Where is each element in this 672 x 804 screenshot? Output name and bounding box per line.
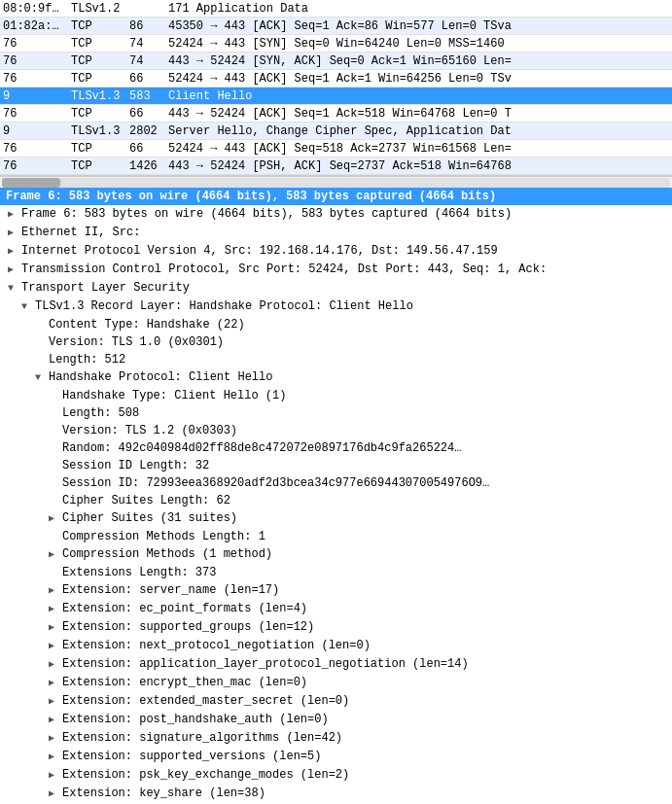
tree-arrow-eth[interactable] <box>8 226 21 241</box>
tree-label-ext-groups: Extension: supported_groups (len=12) <box>62 619 672 635</box>
tree-item-hs-comp-methods[interactable]: Compression Methods (1 method) <box>0 545 672 564</box>
tree-item-ext-sni[interactable]: Extension: server_name (len=17) <box>0 581 672 600</box>
tree-label-hs-cipher-suites: Cipher Suites (31 suites) <box>62 510 672 526</box>
tree-arrow-hs-comp-methods[interactable] <box>49 547 62 563</box>
packet-info: 171 Application Data <box>165 2 672 16</box>
tree-label-ext-alpn: Extension: application_layer_protocol_ne… <box>62 656 672 672</box>
tree-arrow-tls[interactable] <box>8 281 21 297</box>
tree-arrow-ext-ems[interactable] <box>49 694 62 710</box>
packet-row[interactable]: 9TLSv1.3583Client Hello <box>0 87 672 105</box>
packet-row[interactable]: 76TCP1426443 → 52424 [PSH, ACK] Seq=2737… <box>0 157 672 175</box>
packet-len: 74 <box>126 37 165 51</box>
tree-arrow-hs-cipher-suites[interactable] <box>49 511 62 527</box>
tree-item-ext-pha[interactable]: Extension: post_handshake_auth (len=0) <box>0 711 672 729</box>
packet-info: 443 → 52424 [PSH, ACK] Seq=2737 Ack=518 … <box>165 159 672 173</box>
tree-item-ext-ec[interactable]: Extension: ec_point_formats (len=4) <box>0 600 672 618</box>
tree-item-tls[interactable]: Transport Layer Security <box>0 279 672 297</box>
packet-len: 66 <box>126 142 165 156</box>
tree-item-ext-etm[interactable]: Extension: encrypt_then_mac (len=0) <box>0 674 672 692</box>
tree-item-handshake[interactable]: Handshake Protocol: Client Hello <box>0 368 672 387</box>
tree-arrow-ext-etm[interactable] <box>49 676 62 691</box>
packet-info: 52424 → 443 [ACK] Seq=518 Ack=2737 Win=6… <box>165 142 672 156</box>
tree-item-eth[interactable]: Ethernet II, Src: <box>0 224 672 242</box>
packet-src: 76 <box>0 37 68 51</box>
tree-item-ip[interactable]: Internet Protocol Version 4, Src: 192.16… <box>0 242 672 261</box>
tree-arrow-ext-pha[interactable] <box>49 713 62 728</box>
tree-label-ext-ec: Extension: ec_point_formats (len=4) <box>62 601 672 616</box>
tree-label-hs-version: Version: TLS 1.2 (0x0303) <box>62 423 672 438</box>
tree-item-hs-random: Random: 492c040984d02ff88de8c472072e0897… <box>0 439 672 457</box>
tree-item-content-type: Content Type: Handshake (22) <box>0 316 672 333</box>
packet-proto: TLSv1.2 <box>68 2 126 16</box>
tree-label-hs-length: Length: 508 <box>62 405 672 421</box>
tree-item-tls-record[interactable]: TLSv1.3 Record Layer: Handshake Protocol… <box>0 297 672 316</box>
tree-arrow-ext-npn[interactable] <box>49 639 62 654</box>
packet-row[interactable]: 76TCP6652424 → 443 [ACK] Seq=1 Ack=1 Win… <box>0 70 672 87</box>
tree-label-ext-sigalg: Extension: signature_algorithms (len=42) <box>62 730 672 746</box>
tree-arrow-tcp[interactable] <box>8 262 21 278</box>
tree-label-ext-etm: Extension: encrypt_then_mac (len=0) <box>62 675 672 690</box>
packet-row[interactable]: 01:82a:…TCP8645350 → 443 [ACK] Seq=1 Ack… <box>0 17 672 35</box>
tree-label-length: Length: 512 <box>49 352 672 367</box>
packet-list: 08:0:9f…TLSv1.2171 Application Data01:82… <box>0 0 672 176</box>
packet-src: 9 <box>0 124 68 138</box>
tree-arrow-handshake[interactable] <box>35 370 49 386</box>
tree-label-hs-comp-len: Compression Methods Length: 1 <box>62 529 672 544</box>
tree-label-content-type: Content Type: Handshake (22) <box>49 317 672 332</box>
detail-header-text: Frame 6: 583 bytes on wire (4664 bits), … <box>6 190 496 203</box>
tree-item-length: Length: 512 <box>0 351 672 368</box>
packet-row[interactable]: 9TLSv1.32802Server Hello, Change Cipher … <box>0 122 672 140</box>
packet-info: 443 → 52424 [SYN, ACK] Seq=0 Ack=1 Win=6… <box>165 54 672 68</box>
tree-label-eth: Ethernet II, Src: <box>21 225 672 240</box>
packet-row[interactable]: 08:0:9f…TLSv1.2171 Application Data <box>0 0 672 17</box>
tree-item-hs-type: Handshake Type: Client Hello (1) <box>0 387 672 404</box>
tree-item-ext-npn[interactable]: Extension: next_protocol_negotiation (le… <box>0 637 672 655</box>
tree-item-ext-ems[interactable]: Extension: extended_master_secret (len=0… <box>0 692 672 711</box>
tree-label-ext-ks: Extension: key_share (len=38) <box>62 786 672 801</box>
packet-info: Client Hello <box>165 89 672 103</box>
tree-arrow-ext-psk[interactable] <box>49 768 62 784</box>
tree-item-ext-sigalg[interactable]: Extension: signature_algorithms (len=42) <box>0 729 672 748</box>
packet-info: 52424 → 443 [ACK] Seq=1 Ack=1 Win=64256 … <box>165 72 672 86</box>
tree-arrow-ext-sni[interactable] <box>49 583 62 599</box>
tree-item-ext-groups[interactable]: Extension: supported_groups (len=12) <box>0 618 672 637</box>
tree-item-ext-psk[interactable]: Extension: psk_key_exchange_modes (len=2… <box>0 766 672 785</box>
tree-arrow-frame[interactable] <box>8 207 21 223</box>
tree-arrow-ext-sv[interactable] <box>49 750 62 765</box>
tree-label-frame: Frame 6: 583 bytes on wire (4664 bits), … <box>21 206 672 222</box>
tree-arrow-ext-alpn[interactable] <box>49 657 62 673</box>
tree-item-hs-cipher-suites[interactable]: Cipher Suites (31 suites) <box>0 509 672 528</box>
tree-arrow-ext-ks[interactable] <box>49 787 62 802</box>
scroll-track <box>2 178 670 188</box>
tree-arrow-ext-sigalg[interactable] <box>49 731 62 747</box>
packet-row[interactable]: 76TCP66443 → 52424 [ACK] Seq=1 Ack=518 W… <box>0 105 672 122</box>
detail-section: Frame 6: 583 bytes on wire (4664 bits), … <box>0 188 672 804</box>
tree-label-version: Version: TLS 1.0 (0x0301) <box>49 334 672 350</box>
tree-arrow-tls-record[interactable] <box>21 299 35 315</box>
packet-list-wrapper: 08:0:9f…TLSv1.2171 Application Data01:82… <box>0 0 672 188</box>
tree-label-ip: Internet Protocol Version 4, Src: 192.16… <box>21 243 672 259</box>
scroll-thumb[interactable] <box>2 178 60 188</box>
tree-label-tls-record: TLSv1.3 Record Layer: Handshake Protocol… <box>35 298 672 314</box>
tree-arrow-ext-groups[interactable] <box>49 620 62 636</box>
tree-label-ext-psk: Extension: psk_key_exchange_modes (len=2… <box>62 767 672 783</box>
packet-row[interactable]: 76TCP74443 → 52424 [SYN, ACK] Seq=0 Ack=… <box>0 52 672 70</box>
tree-item-version: Version: TLS 1.0 (0x0301) <box>0 333 672 351</box>
horizontal-scrollbar[interactable] <box>0 176 672 188</box>
tree-item-ext-ks[interactable]: Extension: key_share (len=38) <box>0 785 672 803</box>
tree-label-hs-random: Random: 492c040984d02ff88de8c472072e0897… <box>62 440 672 456</box>
tree-label-handshake: Handshake Protocol: Client Hello <box>49 369 672 385</box>
tree-item-hs-cipher-len: Cipher Suites Length: 62 <box>0 492 672 509</box>
tree-label-hs-type: Handshake Type: Client Hello (1) <box>62 388 672 403</box>
packet-row[interactable]: 76TCP7452424 → 443 [SYN] Seq=0 Win=64240… <box>0 35 672 52</box>
packet-row[interactable]: 76TCP6652424 → 443 [ACK] Seq=518 Ack=273… <box>0 140 672 157</box>
tree-arrow-ext-ec[interactable] <box>49 602 62 617</box>
tree-label-ext-ems: Extension: extended_master_secret (len=0… <box>62 693 672 709</box>
tree-item-ext-alpn[interactable]: Extension: application_layer_protocol_ne… <box>0 655 672 674</box>
tree-item-ext-sv[interactable]: Extension: supported_versions (len=5) <box>0 748 672 766</box>
packet-proto: TLSv1.3 <box>68 124 126 138</box>
tree-arrow-ip[interactable] <box>8 244 21 260</box>
tree-item-tcp[interactable]: Transmission Control Protocol, Src Port:… <box>0 261 672 279</box>
tree-item-frame[interactable]: Frame 6: 583 bytes on wire (4664 bits), … <box>0 205 672 224</box>
packet-len: 1426 <box>126 159 165 173</box>
